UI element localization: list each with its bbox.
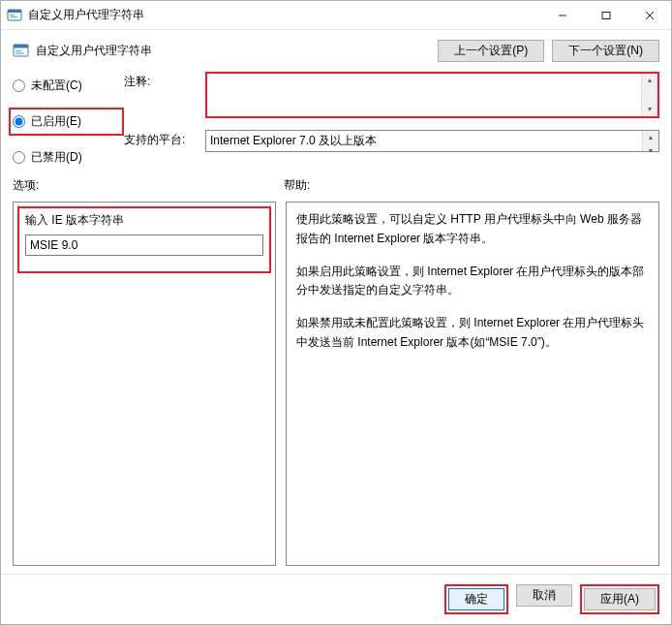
ok-highlight: 确定 (444, 584, 508, 614)
apply-highlight: 应用(A) (580, 584, 659, 614)
options-pane: 输入 IE 版本字符串 (13, 202, 276, 566)
header-row: 自定义用户代理字符串 上一个设置(P) 下一个设置(N) (1, 30, 671, 66)
comment-row: 注释: ▴▾ (124, 72, 659, 118)
radio-not-configured-label: 未配置(C) (31, 78, 82, 94)
help-pane: 使用此策略设置，可以自定义 HTTP 用户代理标头中向 Web 服务器报告的 I… (286, 202, 659, 566)
svg-rect-10 (15, 50, 21, 51)
window-controls (540, 1, 671, 29)
radio-disabled[interactable]: 已禁用(D) (13, 149, 124, 166)
platform-field: Internet Explorer 7.0 及以上版本 ▴▾ (205, 130, 659, 152)
prev-setting-button[interactable]: 上一个设置(P) (438, 40, 544, 62)
panes: 输入 IE 版本字符串 使用此策略设置，可以自定义 HTTP 用户代理标头中向 … (1, 196, 671, 574)
help-section-label: 帮助: (284, 177, 310, 194)
app-icon (7, 8, 22, 23)
svg-rect-3 (10, 16, 17, 17)
options-section-label: 选项: (13, 177, 284, 194)
comment-scrollbar[interactable]: ▴▾ (641, 74, 657, 116)
ie-version-label: 输入 IE 版本字符串 (25, 212, 263, 229)
section-labels: 选项: 帮助: (1, 173, 671, 196)
titlebar: 自定义用户代理字符串 (1, 1, 671, 30)
help-paragraph: 如果禁用或未配置此策略设置，则 Internet Explorer 在用户代理标… (296, 314, 649, 353)
comment-label: 注释: (124, 72, 198, 90)
platform-label: 支持的平台: (124, 130, 198, 148)
help-paragraph: 使用此策略设置，可以自定义 HTTP 用户代理标头中向 Web 服务器报告的 I… (296, 210, 649, 249)
close-button[interactable] (627, 1, 671, 29)
radio-not-configured[interactable]: 未配置(C) (13, 78, 124, 94)
svg-rect-1 (8, 10, 21, 13)
footer: 确定 取消 应用(A) (1, 574, 671, 624)
next-setting-button[interactable]: 下一个设置(N) (552, 40, 659, 62)
radio-disabled-input[interactable] (13, 151, 25, 164)
cancel-button[interactable]: 取消 (516, 584, 572, 607)
config-area: 未配置(C) 已启用(E) 已禁用(D) 注释: ▴▾ 支持的平台: (1, 66, 671, 173)
radio-enabled-input[interactable] (13, 115, 25, 128)
apply-button[interactable]: 应用(A) (584, 588, 656, 610)
radio-enabled-label: 已启用(E) (31, 113, 81, 130)
fields-column: 注释: ▴▾ 支持的平台: Internet Explorer 7.0 及以上版… (124, 72, 659, 166)
platform-value: Internet Explorer 7.0 及以上版本 (210, 133, 377, 149)
radio-disabled-label: 已禁用(D) (31, 149, 82, 166)
svg-rect-9 (14, 45, 28, 48)
state-radio-group: 未配置(C) 已启用(E) 已禁用(D) (13, 72, 124, 166)
platform-scrollbar[interactable]: ▴▾ (642, 131, 658, 151)
radio-enabled[interactable]: 已启用(E) (9, 108, 124, 136)
svg-rect-2 (10, 15, 15, 16)
policy-icon (13, 43, 30, 60)
ie-version-group: 输入 IE 版本字符串 (17, 206, 271, 273)
maximize-button[interactable] (584, 1, 627, 29)
dialog-window: 自定义用户代理字符串 自定义用户代理字符串 上一个设置(P) (0, 0, 672, 625)
svg-rect-5 (602, 12, 610, 18)
help-paragraph: 如果启用此策略设置，则 Internet Explorer 在用户代理标头的版本… (296, 263, 649, 301)
svg-rect-11 (15, 52, 24, 53)
header-label: 自定义用户代理字符串 (36, 43, 152, 59)
window-title: 自定义用户代理字符串 (28, 7, 144, 23)
ie-version-input[interactable] (25, 234, 263, 256)
radio-not-configured-input[interactable] (13, 79, 25, 92)
help-text: 使用此策略设置，可以自定义 HTTP 用户代理标头中向 Web 服务器报告的 I… (287, 203, 658, 374)
platform-row: 支持的平台: Internet Explorer 7.0 及以上版本 ▴▾ (124, 130, 659, 152)
minimize-button[interactable] (540, 1, 584, 29)
comment-field[interactable]: ▴▾ (205, 72, 659, 118)
ok-button[interactable]: 确定 (448, 588, 504, 610)
